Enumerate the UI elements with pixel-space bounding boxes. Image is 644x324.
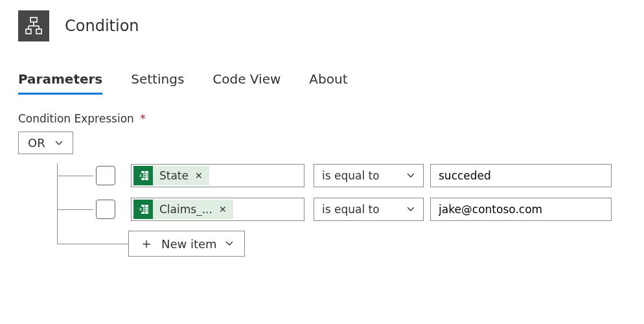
svg-rect-6 xyxy=(36,29,41,34)
chevron-down-icon xyxy=(54,139,63,148)
token-label: State xyxy=(159,169,189,182)
card-header: Condition xyxy=(18,10,626,41)
value-input[interactable] xyxy=(430,198,612,221)
condition-row: X State ✕ is equal to xyxy=(18,163,626,188)
required-asterisk: * xyxy=(140,112,146,125)
dynamic-token: X Claims_... ✕ xyxy=(133,200,233,219)
token-label: Claims_... xyxy=(159,203,213,216)
new-item-label: New item xyxy=(161,237,217,251)
left-operand-field[interactable]: X Claims_... ✕ xyxy=(131,198,305,221)
tree-connector-branch xyxy=(18,163,57,188)
operator-value: is equal to xyxy=(322,169,380,182)
excel-icon: X xyxy=(133,200,153,219)
tree-connector-branch xyxy=(18,197,57,222)
field-label-text: Condition Expression xyxy=(18,112,134,125)
svg-rect-0 xyxy=(30,17,37,22)
logic-operator-dropdown[interactable]: OR xyxy=(18,132,73,154)
field-label: Condition Expression * xyxy=(18,112,626,125)
dynamic-token: X State ✕ xyxy=(133,166,209,185)
excel-icon: X xyxy=(133,166,153,185)
card-title: Condition xyxy=(65,17,139,35)
tree-connector-branch xyxy=(57,244,128,244)
condition-row: X Claims_... ✕ is equal to xyxy=(18,197,626,222)
new-item-row: ＋ New item xyxy=(18,231,626,257)
operator-dropdown[interactable]: is equal to xyxy=(314,198,424,221)
new-item-button[interactable]: ＋ New item xyxy=(128,231,245,257)
operator-value: is equal to xyxy=(322,203,380,216)
svg-text:X: X xyxy=(139,173,143,178)
condition-tree: X State ✕ is equal to xyxy=(18,163,626,257)
row-checkbox[interactable] xyxy=(96,166,115,185)
tab-code-view[interactable]: Code View xyxy=(213,67,281,93)
tab-parameters[interactable]: Parameters xyxy=(18,67,102,93)
operator-dropdown[interactable]: is equal to xyxy=(314,164,424,187)
tab-about[interactable]: About xyxy=(309,67,347,93)
chevron-down-icon xyxy=(406,205,415,214)
svg-rect-5 xyxy=(26,29,31,34)
token-remove-button[interactable]: ✕ xyxy=(219,204,227,214)
plus-icon: ＋ xyxy=(139,237,154,251)
svg-text:X: X xyxy=(139,207,143,211)
value-input[interactable] xyxy=(430,164,612,187)
chevron-down-icon xyxy=(406,171,415,180)
condition-icon xyxy=(18,10,49,41)
tab-strip: Parameters Settings Code View About xyxy=(18,67,626,94)
left-operand-field[interactable]: X State ✕ xyxy=(131,164,305,187)
chevron-down-icon xyxy=(225,239,234,248)
token-remove-button[interactable]: ✕ xyxy=(195,170,203,181)
logic-operator-value: OR xyxy=(28,136,45,150)
tab-settings[interactable]: Settings xyxy=(131,67,184,93)
row-checkbox[interactable] xyxy=(96,200,115,219)
